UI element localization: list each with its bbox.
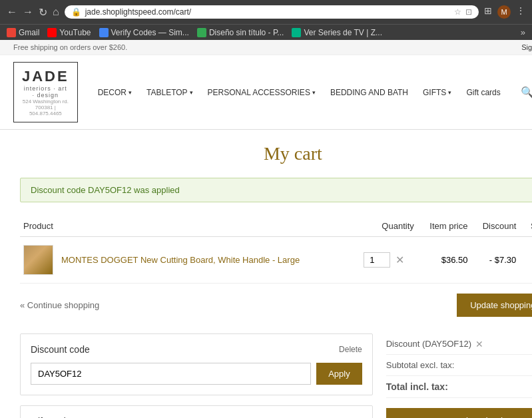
product-name[interactable]: MONTES DOGGET New Cutting Board, White H…: [61, 255, 300, 265]
nav-personal-accessories[interactable]: PERSONAL ACCESSORIES ▾: [201, 85, 322, 101]
col-subtotal: Subtotal: [519, 216, 532, 237]
top-bar: Free shipping on orders over $260. Sign …: [0, 40, 532, 55]
nav-gifts-label: GIFTS: [423, 88, 446, 97]
page-title: My cart: [20, 143, 532, 164]
url-text: jade.shoplightspeed.com/cart/: [85, 7, 450, 17]
bookmark-verify-label: Verify Codes — Sim...: [111, 28, 189, 37]
nav-bedding[interactable]: BEDDING AND BATH: [324, 85, 415, 101]
bookmark-verify[interactable]: Verify Codes — Sim...: [99, 28, 189, 37]
discount-code-box: Discount code Delete Apply: [20, 333, 373, 395]
nav-decor-label: DECOR: [98, 88, 127, 97]
subtotal-row: Subtotal excl. tax: $29.20: [386, 355, 532, 376]
back-button[interactable]: ←: [7, 6, 17, 18]
cart-actions: « Continue shopping Update shopping cart: [20, 294, 532, 317]
bookmark-design-label: Diseño sin título - P...: [209, 28, 284, 37]
subtotal-cell: $29.20: [519, 237, 532, 284]
bookmark-gmail-label: Gmail: [19, 28, 39, 37]
browser-chrome: ← → ↻ ⌂ 🔒 jade.shoplightspeed.com/cart/ …: [0, 0, 532, 24]
order-summary: Discount (DAY5OF12) ✕ - $7.30 Subtotal e…: [386, 333, 532, 418]
lock-icon: 🔒: [71, 7, 81, 17]
product-cell: MONTES DOGGET New Cutting Board, White H…: [20, 237, 360, 284]
nav-bedding-label: BEDDING AND BATH: [330, 88, 408, 97]
table-row: MONTES DOGGET New Cutting Board, White H…: [20, 237, 532, 284]
col-quantity: Quantity: [360, 216, 417, 237]
left-bottom: Discount code Delete Apply Gift car: [20, 333, 373, 418]
series-icon: [292, 28, 301, 37]
site-nav: DECOR ▾ TABLETOP ▾ PERSONAL ACCESSORIES …: [91, 85, 507, 101]
extensions-icon[interactable]: ⊞: [484, 5, 492, 19]
bottom-section: Discount code Delete Apply Gift car: [20, 333, 532, 418]
update-cart-button[interactable]: Update shopping cart: [457, 294, 532, 317]
remove-item-button[interactable]: ✕: [396, 254, 404, 266]
logo-sub: interiors · art · design: [22, 85, 69, 99]
remove-discount-button[interactable]: ✕: [475, 339, 483, 349]
checkout-button[interactable]: Proceed to checkout: [386, 408, 532, 418]
nav-personal-arrow: ▾: [312, 89, 316, 96]
address-bar[interactable]: 🔒 jade.shoplightspeed.com/cart/ ☆ ⊡: [65, 5, 479, 19]
site-container: Free shipping on orders over $260. Sign …: [0, 40, 532, 418]
more-bookmarks[interactable]: »: [521, 27, 525, 37]
gift-card-box: Gift card Apply Check gift card balance: [20, 405, 373, 418]
nav-gifts-arrow: ▾: [448, 89, 451, 96]
nav-gifts[interactable]: GIFTS ▾: [416, 85, 458, 101]
logo[interactable]: JADE interiors · art · design 524 Washin…: [13, 62, 78, 122]
youtube-icon: [47, 28, 57, 37]
discount-summary-label: Discount (DAY5OF12): [386, 339, 471, 349]
nav-decor-arrow: ▾: [129, 89, 132, 96]
bookmark-gmail[interactable]: Gmail: [7, 28, 39, 37]
forward-button[interactable]: →: [23, 6, 33, 18]
total-label: Total incl. tax:: [386, 381, 448, 392]
site-header: JADE interiors · art · design 524 Washin…: [0, 55, 532, 130]
total-row: Total incl. tax: $29.20: [386, 376, 532, 398]
discount-box-title: Discount code: [31, 344, 90, 355]
logo-addr: 524 Washington rd. 700381 | 504.875.4465: [22, 99, 69, 116]
bookmark-series-label: Ver Series de TV | Z...: [304, 28, 382, 37]
cast-icon: ⊡: [465, 7, 472, 17]
col-product: Product: [20, 216, 360, 237]
apply-discount-button[interactable]: Apply: [316, 363, 362, 385]
quantity-input[interactable]: [364, 252, 390, 268]
bookmark-design[interactable]: Diseño sin título - P...: [197, 28, 284, 37]
col-item-price: Item price: [417, 216, 471, 237]
discount-cell: - $7.30: [471, 237, 519, 284]
nav-personal-label: PERSONAL ACCESSORIES: [208, 88, 310, 97]
reload-button[interactable]: ↻: [39, 6, 47, 19]
continue-shopping-link[interactable]: « Continue shopping: [20, 300, 99, 310]
search-button[interactable]: 🔍: [521, 86, 532, 99]
discount-applied-notice: Discount code DAY5OF12 was applied: [20, 178, 532, 202]
nav-gift-cards-label: Gift cards: [466, 88, 500, 97]
bookmark-youtube[interactable]: YouTube: [47, 28, 91, 37]
main-content: My cart Discount code DAY5OF12 was appli…: [0, 130, 532, 418]
cart-table: Product Quantity Item price Discount Sub…: [20, 216, 532, 284]
gmail-icon: [7, 28, 16, 37]
item-price-cell: $36.50: [417, 237, 471, 284]
menu-icon[interactable]: ⋮: [516, 5, 525, 19]
chrome-icon: [99, 28, 109, 37]
nav-icons: 🔍 ♡ 🛒 1: [521, 86, 532, 99]
browser-toolbar: ⊞ M ⋮: [484, 5, 525, 19]
shipping-notice: Free shipping on orders over $260.: [13, 43, 127, 51]
discount-code-input[interactable]: [31, 363, 311, 385]
nav-tabletop-label: TABLETOP: [146, 88, 188, 97]
logo-main: JADE: [22, 68, 69, 85]
home-button[interactable]: ⌂: [53, 6, 59, 18]
bookmarks-bar: Gmail YouTube Verify Codes — Sim... Dise…: [0, 24, 532, 40]
profile-icon[interactable]: M: [497, 5, 511, 19]
design-icon: [197, 28, 206, 37]
bookmark-series[interactable]: Ver Series de TV | Z...: [292, 28, 382, 37]
col-discount: Discount: [471, 216, 519, 237]
delete-discount-link[interactable]: Delete: [339, 345, 362, 354]
subtotal-label: Subtotal excl. tax:: [386, 360, 455, 370]
nav-tabletop-arrow: ▾: [190, 89, 193, 96]
bookmark-youtube-label: YouTube: [59, 28, 91, 37]
product-thumbnail: [23, 245, 53, 275]
account-links[interactable]: Sign up / Log in: [521, 43, 532, 51]
discount-summary-row: Discount (DAY5OF12) ✕ - $7.30: [386, 333, 532, 355]
nav-decor[interactable]: DECOR ▾: [91, 85, 138, 101]
nav-gift-cards[interactable]: Gift cards: [459, 85, 507, 101]
quantity-cell: ✕: [360, 237, 417, 284]
nav-tabletop[interactable]: TABLETOP ▾: [140, 85, 200, 101]
bookmark-star-icon: ☆: [454, 7, 461, 17]
